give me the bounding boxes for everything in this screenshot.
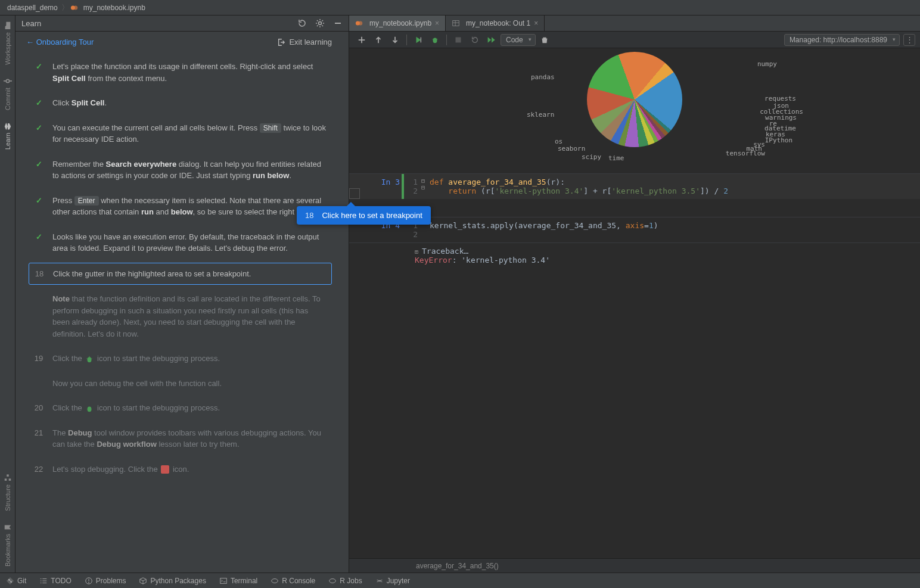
debug-cell-button[interactable] [427, 33, 443, 46]
rail-learn-label: Learn [4, 133, 11, 150]
step-note: Now you can debug the cell with the func… [29, 373, 332, 394]
svg-point-8 [319, 22, 322, 25]
pie-label: pandas [531, 73, 555, 81]
add-cell-button[interactable] [354, 33, 369, 46]
bb-git[interactable]: Git [6, 577, 26, 585]
rail-structure[interactable]: Structure [4, 468, 12, 517]
close-icon[interactable]: × [534, 19, 538, 27]
notebook-toolbar: Code Managed: http://localhost:8889 ⋮ [349, 32, 920, 48]
editor-tab-notebook[interactable]: my_notebook.ipynb × [349, 15, 446, 31]
editor-body[interactable]: numpy pandas sklearn requests json colle… [349, 48, 920, 558]
svg-rect-9 [335, 23, 341, 24]
notebook-icon [355, 19, 363, 27]
exit-label: Exit learning [289, 38, 332, 46]
bb-todo[interactable]: TODO [39, 577, 71, 585]
restart-icon [471, 36, 479, 44]
cell-output: ⊞Traceback… KeyError: 'kernel-python 3.4… [349, 242, 920, 268]
bb-jupyter[interactable]: Jupyter [375, 577, 410, 585]
kernel-dropdown[interactable]: Managed: http://localhost:8889 [784, 34, 900, 46]
step-done: ✓ Press Enter when the necessary item is… [29, 190, 332, 223]
step-note: Note that the function definition and it… [29, 288, 332, 344]
more-button[interactable]: ⋮ [903, 34, 915, 46]
svg-point-31 [272, 578, 278, 583]
code-content[interactable]: kernel_stats.apply(average_for_34_and_35… [430, 217, 920, 242]
status-context: average_for_34_and_35() [416, 562, 499, 570]
step-text: Looks like you have an execution error. … [52, 231, 327, 254]
bb-rconsole[interactable]: R Console [271, 577, 315, 585]
svg-point-29 [88, 582, 89, 583]
rail-commit[interactable]: Commit [4, 71, 12, 116]
pie-chart: numpy pandas sklearn requests json colle… [349, 48, 920, 173]
step-number: 20 [33, 402, 44, 414]
notebook-icon [70, 4, 79, 12]
breadcrumb-root[interactable]: dataspell_demo [5, 4, 60, 12]
rail-bookmarks-label: Bookmarks [4, 534, 11, 567]
code-content[interactable]: def average_for_34_and_35(r): return (r[… [430, 174, 920, 199]
back-link[interactable]: ← Onboarding Tour [26, 38, 94, 46]
editor-area: my_notebook.ipynb × my_notebook: Out 1 × [349, 15, 920, 573]
bb-packages[interactable]: Python Packages [139, 577, 206, 585]
stop-button[interactable] [450, 33, 466, 46]
stop-icon [455, 36, 462, 43]
bb-rjobs[interactable]: R Jobs [328, 577, 362, 585]
delete-cell-button[interactable] [537, 33, 552, 46]
tooltip-text: Click here to set a breakpoint [322, 211, 422, 220]
warning-icon [85, 577, 93, 585]
editor-tabs: my_notebook.ipynb × my_notebook: Out 1 × [349, 15, 920, 32]
jupyter-icon [375, 577, 384, 585]
run-cell-button[interactable] [411, 33, 426, 46]
bug-icon [85, 405, 94, 413]
close-icon[interactable]: × [435, 19, 439, 27]
code-cell-4[interactable]: In 4 12 kernel_stats.apply(average_for_3… [349, 217, 920, 242]
code-cell-3[interactable]: In 3 12 ⊟⊟ def average_for_34_and_35(r):… [349, 173, 920, 199]
git-icon [6, 577, 14, 585]
rail-learn[interactable]: Learn [4, 116, 12, 155]
restart-icon[interactable] [297, 18, 307, 28]
rail-bookmarks[interactable]: Bookmarks [4, 517, 12, 573]
pie-chart-graphic [587, 52, 682, 147]
tab-label: my_notebook: Out 1 [466, 19, 530, 27]
svg-rect-6 [8, 479, 11, 481]
pie-label: IPython [765, 136, 792, 144]
step-number: 21 [33, 427, 44, 450]
pie-label: sklearn [527, 111, 554, 119]
cell-type-dropdown[interactable]: Code [501, 34, 536, 46]
kbd-shift: Shift [260, 123, 281, 133]
step-number: 22 [33, 463, 44, 475]
svg-point-10 [88, 357, 92, 362]
move-down-button[interactable] [387, 33, 403, 46]
step-text: Note that the function definition and it… [52, 293, 327, 340]
check-icon: ✓ [33, 122, 44, 145]
svg-point-1 [73, 5, 77, 10]
exit-learning-link[interactable]: Exit learning [277, 38, 332, 46]
move-up-button[interactable] [371, 33, 386, 46]
breadcrumb-file[interactable]: my_notebook.ipynb [81, 4, 148, 12]
pie-label: time [608, 154, 624, 162]
fold-gutter[interactable]: ⊟⊟ [421, 174, 430, 199]
breakpoint-tooltip: 18 Click here to set a breakpoint [297, 206, 431, 225]
breakpoint-gutter[interactable] [349, 188, 360, 199]
expand-icon[interactable]: ⊞ [415, 248, 418, 255]
gear-icon[interactable] [315, 18, 325, 28]
bb-problems[interactable]: Problems [85, 577, 126, 585]
tab-label: my_notebook.ipynb [369, 19, 431, 27]
folder-icon [4, 21, 12, 30]
step-text: Click the gutter in the highlighted area… [53, 268, 327, 280]
play-all-icon [487, 36, 496, 44]
commit-icon [4, 77, 12, 85]
run-all-button[interactable] [484, 33, 499, 46]
bb-terminal[interactable]: Terminal [219, 577, 257, 585]
restart-kernel-button[interactable] [467, 33, 483, 46]
step-number: 18 [34, 268, 45, 280]
arrow-down-icon [391, 36, 399, 44]
editor-tab-output[interactable]: my_notebook: Out 1 × [446, 15, 545, 31]
traceback-label[interactable]: Traceback… [422, 247, 468, 256]
steps-list[interactable]: ✓ Let's place the function and its usage… [15, 50, 349, 573]
structure-icon [4, 474, 12, 482]
svg-point-2 [6, 79, 9, 82]
r-icon [328, 577, 337, 585]
play-icon [414, 36, 422, 44]
rail-workspace[interactable]: Workspace [4, 15, 12, 71]
learn-title: Learn [21, 19, 41, 28]
minimize-icon[interactable] [333, 18, 343, 28]
